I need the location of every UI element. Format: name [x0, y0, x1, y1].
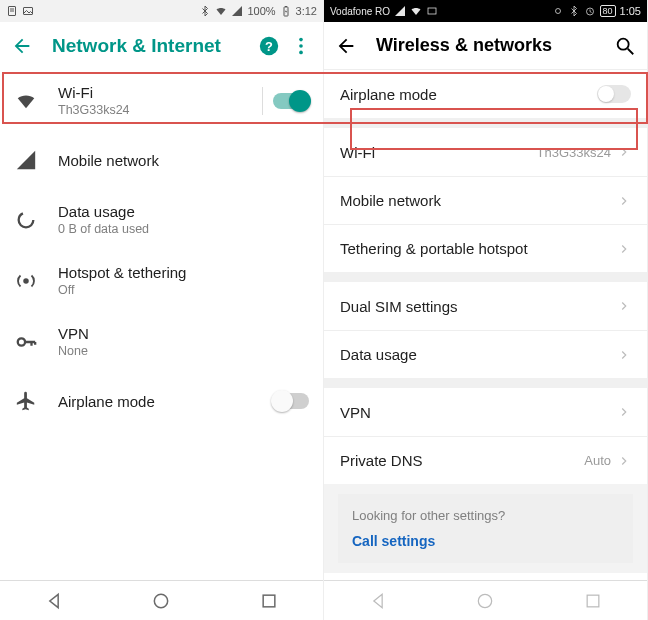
airplane-toggle[interactable]: [597, 85, 631, 103]
row-vpn[interactable]: VPN: [324, 388, 647, 436]
chevron-right-icon: [617, 145, 631, 159]
overflow-menu[interactable]: [289, 34, 313, 58]
image-icon: [22, 5, 34, 17]
svg-line-20: [628, 48, 634, 54]
row-tethering[interactable]: Tethering & portable hotspot: [324, 224, 647, 272]
row-data[interactable]: Data usage 0 B of data used: [0, 189, 323, 250]
hotspot-icon: [14, 270, 38, 292]
footer-question: Looking for other settings?: [352, 508, 619, 523]
airplane-label: Airplane mode: [58, 393, 273, 410]
nav-back[interactable]: [368, 591, 388, 611]
svg-rect-16: [428, 8, 436, 14]
page-title: Wireless & networks: [376, 35, 613, 56]
wifi-status-icon: [215, 5, 227, 17]
header-right: Wireless & networks: [324, 22, 647, 70]
airplane-icon: [14, 390, 38, 412]
phone-right: Vodafone RO 80 1:05 Wireless & networks: [324, 0, 648, 620]
clock: 3:12: [296, 5, 317, 17]
row-dns[interactable]: Private DNS Auto: [324, 436, 647, 484]
battery-pct: 100%: [247, 5, 275, 17]
signal-icon: [394, 5, 406, 17]
row-airplane[interactable]: Airplane mode: [324, 70, 647, 118]
row-mobile[interactable]: Mobile network: [0, 131, 323, 189]
svg-rect-3: [24, 8, 33, 15]
svg-point-9: [299, 44, 303, 48]
bluetooth-icon: [199, 5, 211, 17]
phone-left: 100% 3:12 Network & Internet ? Wi-Fi: [0, 0, 324, 620]
wifi-status-icon: [410, 5, 422, 17]
data-label: Data usage: [58, 203, 309, 220]
nav-recent[interactable]: [583, 591, 603, 611]
nav-back[interactable]: [44, 591, 64, 611]
status-bar-left: 100% 3:12: [0, 0, 323, 22]
eye-comfort-icon: [552, 5, 564, 17]
nav-bar-left: [0, 580, 323, 620]
row-wifi[interactable]: Wi-Fi Th3G33ks24: [0, 70, 323, 131]
chevron-right-icon: [617, 194, 631, 208]
clock: 1:05: [620, 5, 641, 17]
airplane-label: Airplane mode: [340, 86, 597, 103]
footer-card: Looking for other settings? Call setting…: [338, 494, 633, 563]
signal-icon: [14, 149, 38, 171]
carrier: Vodafone RO: [330, 6, 390, 17]
chevron-right-icon: [617, 348, 631, 362]
chevron-right-icon: [617, 405, 631, 419]
header-left: Network & Internet ?: [0, 22, 323, 70]
row-hotspot[interactable]: Hotspot & tethering Off: [0, 250, 323, 311]
wifi-toggle[interactable]: [273, 93, 309, 109]
mobile-label: Mobile network: [58, 152, 309, 169]
bluetooth-icon: [568, 5, 580, 17]
row-mobile[interactable]: Mobile network: [324, 176, 647, 224]
hotspot-sub: Off: [58, 283, 309, 297]
settings-list-right: Airplane mode Wi-Fi Th3G33ks24 Mobile ne…: [324, 70, 647, 573]
row-data-usage[interactable]: Data usage: [324, 330, 647, 378]
volte-icon: [426, 5, 438, 17]
battery-value: 80: [600, 5, 616, 17]
row-wifi[interactable]: Wi-Fi Th3G33ks24: [324, 128, 647, 176]
battery-icon: [280, 5, 292, 17]
svg-point-11: [19, 212, 34, 227]
airplane-toggle[interactable]: [273, 393, 309, 409]
help-button[interactable]: ?: [257, 34, 281, 58]
call-settings-link[interactable]: Call settings: [352, 533, 619, 549]
svg-rect-5: [285, 6, 287, 7]
wifi-label: Wi-Fi: [340, 144, 537, 161]
row-dualsim[interactable]: Dual SIM settings: [324, 282, 647, 330]
page-title: Network & Internet: [52, 35, 249, 57]
back-button[interactable]: [10, 34, 34, 58]
svg-point-12: [23, 278, 29, 284]
status-bar-right: Vodafone RO 80 1:05: [324, 0, 647, 22]
back-button[interactable]: [334, 34, 358, 58]
chevron-right-icon: [617, 299, 631, 313]
nav-bar-right: [324, 580, 647, 620]
svg-rect-15: [263, 595, 275, 607]
row-vpn[interactable]: VPN None: [0, 311, 323, 372]
nav-home[interactable]: [151, 591, 171, 611]
svg-point-17: [555, 9, 560, 14]
chevron-right-icon: [617, 242, 631, 256]
wifi-label: Wi-Fi: [58, 84, 252, 101]
signal-icon: [231, 5, 243, 17]
svg-point-19: [618, 38, 629, 49]
svg-point-13: [18, 338, 25, 345]
vpn-sub: None: [58, 344, 309, 358]
vpn-label: VPN: [58, 325, 309, 342]
dns-label: Private DNS: [340, 452, 584, 469]
search-button[interactable]: [613, 34, 637, 58]
divider: [262, 87, 263, 115]
svg-point-10: [299, 51, 303, 55]
nav-home[interactable]: [475, 591, 495, 611]
data-usage-icon: [14, 209, 38, 231]
row-airplane[interactable]: Airplane mode: [0, 372, 323, 430]
dualsim-label: Dual SIM settings: [340, 298, 617, 315]
chevron-right-icon: [617, 454, 631, 468]
tether-label: Tethering & portable hotspot: [340, 240, 617, 257]
hotspot-label: Hotspot & tethering: [58, 264, 309, 281]
settings-list-left: Wi-Fi Th3G33ks24 Mobile network Data usa…: [0, 70, 323, 430]
nav-recent[interactable]: [259, 591, 279, 611]
svg-rect-22: [587, 595, 599, 607]
data-sub: 0 B of data used: [58, 222, 309, 236]
dns-value: Auto: [584, 453, 611, 468]
mobile-label: Mobile network: [340, 192, 617, 209]
vpn-label: VPN: [340, 404, 617, 421]
